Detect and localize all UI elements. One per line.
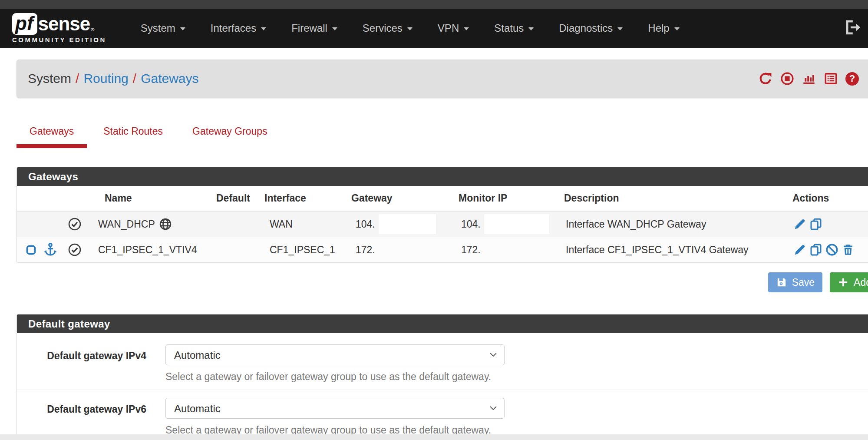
tab-static-routes[interactable]: Static Routes [90, 119, 176, 148]
sign-out-icon[interactable] [844, 19, 862, 37]
gateway-name-cell: CF1_IPSEC_1_VTIV4 [92, 244, 215, 256]
help-icon[interactable]: ? [845, 72, 859, 86]
log-icon[interactable] [824, 72, 838, 86]
trash-icon[interactable] [842, 243, 855, 256]
table-row: CF1_IPSEC_1_VTIV4 CF1_IPSEC_1 172. 172. … [17, 237, 868, 263]
form-group-ipv6: Default gateway IPv6 Automatic Select a … [17, 390, 868, 434]
redaction-box [484, 214, 549, 234]
add-button[interactable]: Add [830, 272, 868, 292]
stop-icon[interactable] [780, 72, 794, 86]
gateways-panel-title: Gateways [17, 167, 868, 186]
default-gateway-ipv4-select[interactable]: Automatic [165, 344, 505, 365]
description-cell: Interface CF1_IPSEC_1_VTIV4 Gateway [558, 244, 790, 256]
tab-bar: Gateways Static Routes Gateway Groups [17, 119, 868, 148]
breadcrumb-gateways-link[interactable]: Gateways [141, 71, 198, 86]
chart-bar-icon[interactable] [802, 72, 816, 86]
edit-icon[interactable] [793, 218, 806, 231]
col-header-default: Default [215, 192, 256, 204]
anchor-icon [43, 242, 58, 258]
nav-item-system[interactable]: System [128, 9, 198, 48]
nav-item-services[interactable]: Services [350, 9, 425, 48]
monitor-ip: 172. [461, 244, 481, 256]
monitor-ip-cell: 172. [458, 244, 558, 256]
nav-item-label: Diagnostics [559, 22, 613, 34]
window-top-strip [0, 0, 868, 9]
gateway-ip: 104. [356, 218, 375, 230]
pfsense-logo[interactable]: pf sense ® COMMUNITY EDITION [12, 13, 106, 43]
redaction-box [379, 214, 436, 234]
refresh-icon[interactable] [758, 72, 773, 86]
logo-registered-mark: ® [91, 27, 94, 32]
gateway-ip: 172. [356, 244, 375, 256]
nav-item-label: Help [648, 22, 669, 34]
default-gateway-panel-title: Default gateway [17, 314, 868, 333]
tab-gateway-groups[interactable]: Gateway Groups [179, 119, 281, 148]
nav-item-label: System [141, 22, 175, 34]
breadcrumb-routing-link[interactable]: Routing [83, 71, 128, 86]
monitor-ip-cell: 104. [458, 214, 558, 234]
content-area: System / Routing / Gateways [17, 60, 868, 434]
row-actions [790, 243, 868, 256]
col-header-gateway: Gateway [349, 192, 458, 204]
save-button-label: Save [792, 277, 815, 288]
col-header-monitor-ip: Monitor IP [458, 192, 558, 204]
gateway-name: WAN_DHCP [98, 218, 155, 230]
ipv6-label: Default gateway IPv6 [17, 398, 146, 434]
gateway-name-cell: WAN_DHCP [92, 218, 215, 231]
chevron-down-icon [261, 27, 266, 30]
chevron-down-icon [332, 27, 337, 30]
col-header-description: Description [558, 192, 790, 204]
interface-cell: WAN [256, 218, 349, 230]
save-icon [776, 277, 787, 288]
plus-icon [838, 277, 849, 288]
table-header-row: Name Default Interface Gateway Monitor I… [17, 186, 868, 212]
logo-pf: pf [12, 13, 37, 35]
chevron-down-icon [617, 27, 623, 30]
default-gateway-panel: Default gateway Default gateway IPv4 Aut… [17, 314, 868, 434]
nav-item-label: Status [494, 22, 524, 34]
breadcrumb-actions: ? [758, 72, 859, 86]
col-header-actions: Actions [790, 192, 868, 204]
description-cell: Interface WAN_DHCP Gateway [558, 218, 790, 230]
nav-item-status[interactable]: Status [482, 9, 546, 48]
row-actions [790, 218, 868, 231]
nav-item-label: Services [363, 22, 403, 34]
form-group-ipv4: Default gateway IPv4 Automatic Select a … [17, 344, 868, 389]
nav-menu: System Interfaces Firewall Services VPN … [128, 9, 692, 48]
nav-item-label: Firewall [291, 22, 327, 34]
gateway-name: CF1_IPSEC_1_VTIV4 [98, 244, 197, 256]
tab-gateways[interactable]: Gateways [17, 119, 87, 148]
monitor-ip: 104. [461, 218, 481, 230]
nav-item-firewall[interactable]: Firewall [279, 9, 350, 48]
default-gateway-form: Default gateway IPv4 Automatic Select a … [17, 333, 868, 434]
ipv4-label: Default gateway IPv4 [17, 344, 146, 383]
chevron-down-icon [407, 27, 413, 30]
check-circle-icon [68, 243, 82, 257]
nav-item-diagnostics[interactable]: Diagnostics [546, 9, 635, 48]
edit-icon[interactable] [793, 243, 806, 256]
breadcrumb-separator: / [76, 71, 79, 86]
nav-item-help[interactable]: Help [635, 9, 692, 48]
add-button-label: Add [854, 277, 868, 288]
logo-sense: sense [38, 13, 90, 35]
breadcrumb-system: System [28, 71, 71, 86]
copy-icon[interactable] [809, 218, 822, 231]
breadcrumb-separator: / [133, 71, 136, 86]
copy-icon[interactable] [809, 243, 822, 256]
ipv6-help-text: Select a gateway or failover gateway gro… [165, 424, 505, 434]
default-gateway-ipv6-select[interactable]: Automatic [165, 398, 505, 419]
ipv4-help-text: Select a gateway or failover gateway gro… [165, 371, 505, 383]
top-navbar: pf sense ® COMMUNITY EDITION System Inte… [0, 9, 868, 48]
table-row: WAN_DHCP WAN 104. 104. Inte [17, 212, 868, 237]
nav-item-vpn[interactable]: VPN [425, 9, 482, 48]
globe-icon [159, 218, 172, 231]
check-circle-icon [68, 217, 82, 231]
nav-item-interfaces[interactable]: Interfaces [198, 9, 279, 48]
logo-tagline: COMMUNITY EDITION [12, 36, 106, 43]
ban-icon[interactable] [825, 243, 838, 256]
interface-cell: CF1_IPSEC_1 [256, 244, 349, 256]
save-button[interactable]: Save [768, 272, 822, 292]
chevron-down-icon [464, 27, 469, 30]
chevron-down-icon [528, 27, 534, 30]
gateways-panel: Gateways Name Default Interface Gateway … [17, 167, 868, 263]
